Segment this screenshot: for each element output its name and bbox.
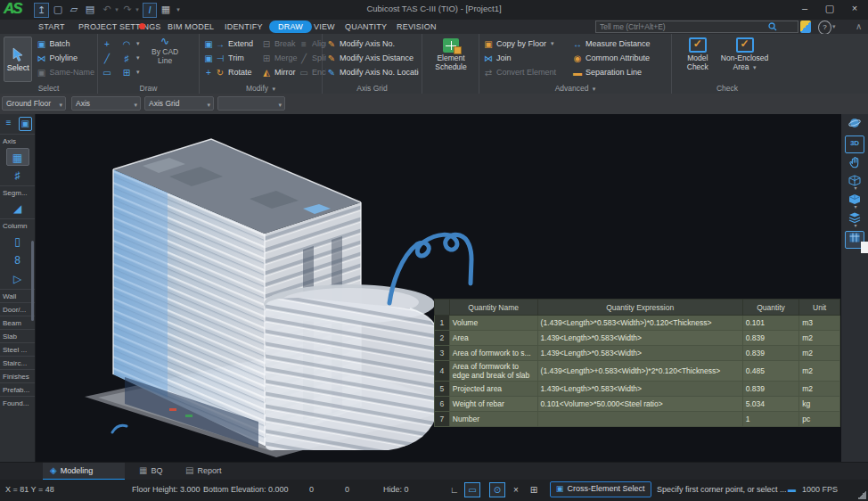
group-label-modify[interactable]: Modify ▾ — [200, 84, 322, 93]
redo-caret-icon[interactable]: ▾ — [134, 3, 141, 16]
break-button[interactable]: ⊟Break — [261, 37, 299, 51]
select-button[interactable]: Select — [4, 37, 32, 82]
table-row[interactable]: 5Projected area 1.439<Length>*0.583<Widt… — [435, 382, 840, 397]
join-button[interactable]: ⋈Join — [483, 51, 572, 65]
column-tool-icon[interactable]: I — [143, 3, 157, 18]
tab-revision[interactable]: REVISION — [397, 21, 437, 33]
save-icon[interactable]: ▤ — [84, 3, 96, 16]
draw-point-button[interactable]: + — [102, 37, 116, 51]
table-row[interactable]: 6Weight of rebar 0.101<Volume>*50.000<St… — [435, 397, 840, 412]
sidebar-section-steel[interactable]: Steel ... — [0, 342, 35, 356]
model-check-button[interactable]: ✓ Model Check — [684, 37, 712, 72]
auxiliary-axis-tool-icon[interactable]: ♯ — [6, 167, 29, 185]
draw-axis-button[interactable]: ♯▾ — [121, 51, 143, 65]
element-schedule-button[interactable]: Element Schedule — [426, 37, 476, 72]
column-tool-icon[interactable]: ▯ — [6, 233, 29, 250]
undo-caret-icon[interactable]: ▾ — [113, 3, 120, 16]
rect-select-icon[interactable]: ▭ — [464, 482, 480, 497]
sidebar-section-finishes[interactable]: Finishes — [0, 369, 35, 382]
node-snap-icon[interactable]: ⊙ — [489, 482, 505, 497]
tab-quantity[interactable]: QUANTITY — [345, 21, 387, 33]
open-folder-icon[interactable]: ▱ — [68, 3, 80, 16]
tab-view[interactable]: VIEW — [314, 21, 335, 33]
sidebar-section-beam[interactable]: Beam — [0, 316, 35, 329]
sidebar-scrollbar[interactable] — [31, 241, 34, 321]
tab-identify[interactable]: IDENTIFY — [225, 21, 263, 33]
layers-icon[interactable]: ▾ — [846, 212, 864, 228]
modify-axis-no-button[interactable]: ✎Modify Axis No. — [326, 37, 419, 51]
tab-draw[interactable]: DRAW — [269, 21, 312, 33]
pan-icon[interactable] — [846, 156, 864, 172]
help-caret-icon[interactable]: ▾ — [832, 21, 839, 33]
common-attribute-button[interactable]: ◉Common Attribute — [572, 51, 672, 65]
close-button[interactable]: × — [843, 2, 866, 16]
table-row[interactable]: 1Volume (1.439<Length>*0.583<Width>)*0.1… — [435, 316, 840, 331]
orbit-icon[interactable] — [846, 117, 864, 133]
help-icon[interactable]: ? — [818, 21, 831, 35]
table-row[interactable]: 2Area 1.439<Length>*0.583<Width>0.839m2 — [435, 331, 840, 346]
maximize-button[interactable]: ▢ — [818, 2, 841, 16]
3d-model-viewport[interactable]: Quantity Name Quantity Expression Quanti… — [36, 114, 841, 462]
draw-rect-button[interactable]: ▭ — [102, 65, 116, 79]
wireframe-cube-icon[interactable]: ▾ — [846, 175, 864, 191]
measure-distance-button[interactable]: ↔Measure Distance — [572, 37, 672, 51]
rotate-button[interactable]: ↻Rotate — [215, 65, 261, 79]
sidebar-section-prefab[interactable]: Prefab... — [0, 382, 35, 396]
copy-by-floor-button[interactable]: ▣Copy by Floor▾ — [483, 37, 572, 51]
column-flag-tool-icon[interactable]: ▷ — [6, 270, 29, 288]
tab-bim-model[interactable]: BIM MODEL — [168, 21, 214, 33]
tab-report[interactable]: ▤Report — [178, 463, 228, 479]
floor-select[interactable]: Ground Floor▾ — [2, 96, 66, 111]
sidebar-section-foundation[interactable]: Found... — [0, 396, 35, 409]
ortho-toggle-icon[interactable]: ∟ — [446, 482, 463, 497]
undo-icon[interactable]: ↶ — [102, 3, 112, 16]
merge-button[interactable]: ⊞Merge — [261, 51, 299, 65]
resize-grip[interactable] — [857, 490, 866, 499]
list-view-icon[interactable]: ≡ — [3, 117, 15, 129]
sidebar-section-slab[interactable]: Slab — [0, 329, 35, 342]
sidebar-section-door[interactable]: Door/... — [0, 302, 35, 316]
table-row[interactable]: 3Area of formwork to s... 1.439<Length>*… — [435, 346, 840, 361]
clear-selection-icon[interactable]: × — [508, 482, 524, 497]
modify-axis-no-location-button[interactable]: ✎Modify Axis No. Location — [326, 65, 419, 79]
solid-cube-icon[interactable]: ▾ — [846, 193, 864, 209]
draw-arc-button[interactable]: ◠▾ — [121, 37, 143, 51]
mirror-button[interactable]: ◭Mirror — [261, 65, 299, 79]
sidebar-section-axis[interactable]: Axis — [0, 134, 35, 147]
convert-element-button[interactable]: ⇄Convert Element — [483, 65, 572, 79]
polyline-button[interactable]: ⋈Polyline — [36, 51, 94, 65]
sidebar-section-segment[interactable]: Segm... — [0, 185, 35, 199]
draw-line-button[interactable]: ╱ — [102, 51, 116, 65]
cross-element-select-button[interactable]: ▣ Cross-Element Select — [550, 481, 651, 497]
tab-bq[interactable]: ▦BQ — [132, 463, 169, 479]
minimize-button[interactable]: – — [793, 2, 816, 16]
sidebar-section-staircase[interactable]: Stairc... — [0, 356, 35, 369]
tab-modeling[interactable]: ◈Modeling — [43, 463, 125, 480]
add-selection-icon[interactable]: ⊞ — [526, 482, 542, 497]
extend-button[interactable]: →Extend — [215, 37, 261, 51]
segment-tool-icon[interactable]: ◢ — [6, 200, 29, 218]
by-cad-line-button[interactable]: ∿ By CAD Line — [148, 37, 182, 79]
category-select[interactable]: Axis▾ — [71, 96, 141, 111]
group-label-advanced[interactable]: Advanced ▾ — [479, 84, 671, 93]
panel-view-icon[interactable]: ▣ — [19, 117, 33, 131]
same-name-button[interactable]: ▣Same-Name — [36, 65, 94, 79]
redo-icon[interactable]: ↷ — [122, 3, 133, 16]
search-icon[interactable] — [768, 22, 777, 31]
table-row[interactable]: 4Area of formwork to edge and break of s… — [435, 361, 840, 382]
pin-icon[interactable]: ↥ — [34, 3, 49, 18]
draw-hatch-button[interactable]: ⊞▾ — [121, 65, 143, 79]
tab-start[interactable]: START — [38, 21, 65, 33]
sidebar-section-column[interactable]: Column — [0, 218, 35, 232]
table-tool-icon[interactable]: ▦ — [160, 3, 172, 16]
non-enclosed-area-button[interactable]: ✓ Non-Enclosed Area ▾ — [717, 37, 772, 72]
3d-view-icon[interactable]: 3D — [845, 136, 864, 153]
separation-line-button[interactable]: ▬Separation Line — [572, 65, 672, 79]
modify-axis-distance-button[interactable]: ✎Modify Axis Distance — [326, 51, 419, 65]
element-type-select[interactable]: Axis Grid▾ — [144, 96, 214, 111]
collapse-ribbon-icon[interactable]: ∧ — [856, 21, 864, 33]
toolbar-options-caret-icon[interactable]: ▾ — [175, 3, 182, 16]
theme-icon[interactable]: . — [800, 21, 811, 33]
extra-select[interactable]: ▾ — [217, 96, 285, 111]
trim-button[interactable]: ⊣Trim — [215, 51, 261, 65]
